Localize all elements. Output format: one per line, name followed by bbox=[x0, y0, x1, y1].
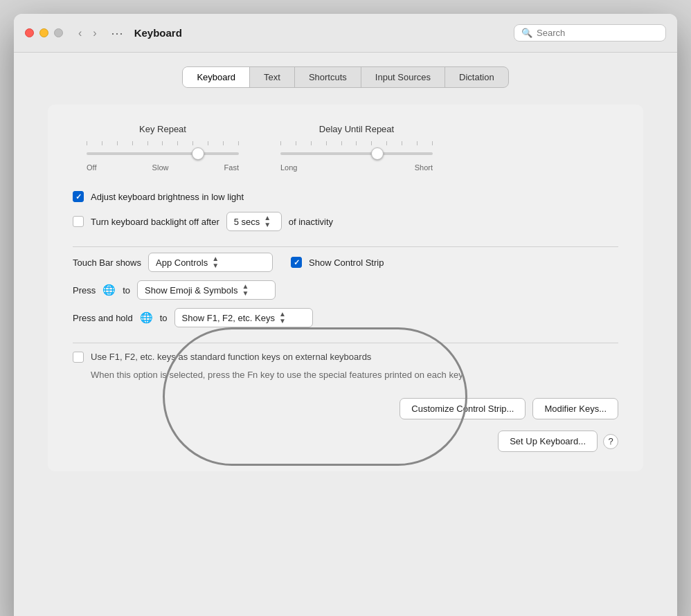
help-button[interactable]: ? bbox=[603, 434, 618, 449]
tick bbox=[341, 141, 342, 145]
touchbar-shows-row: Touch Bar shows App Controls ▲▼ Show Con… bbox=[73, 253, 618, 272]
dropdown-arrows-icon: ▲▼ bbox=[264, 215, 271, 228]
backlight-duration-value: 5 secs bbox=[234, 217, 260, 227]
divider-2 bbox=[73, 343, 618, 343]
key-repeat-slider[interactable] bbox=[87, 152, 239, 155]
tick bbox=[177, 141, 178, 145]
press-to-label: to bbox=[123, 285, 130, 296]
tick bbox=[371, 141, 372, 145]
titlebar: ‹ › ⋯ Keyboard 🔍 bbox=[14, 14, 677, 53]
key-repeat-fast-label: Fast bbox=[224, 163, 239, 172]
tick bbox=[162, 141, 163, 145]
settings-panel: Key Repeat bbox=[48, 105, 643, 471]
minimize-button[interactable] bbox=[39, 28, 48, 37]
back-button[interactable]: ‹ bbox=[74, 26, 86, 41]
fn-keys-section: Use F1, F2, etc. keys as standard functi… bbox=[73, 349, 618, 381]
tick bbox=[87, 141, 87, 145]
maximize-button[interactable] bbox=[54, 28, 63, 37]
fn-keys-checkbox[interactable] bbox=[73, 352, 84, 363]
backlight-off-suffix: of inactivity bbox=[289, 217, 333, 227]
content-area: Keyboard Text Shortcuts Input Sources Di… bbox=[14, 53, 677, 616]
tick bbox=[117, 141, 118, 145]
set-up-keyboard-label: Set Up Keyboard... bbox=[510, 436, 586, 446]
customize-control-strip-button[interactable]: Customize Control Strip... bbox=[400, 398, 526, 419]
tick bbox=[417, 141, 418, 145]
show-control-strip-checkbox[interactable] bbox=[291, 257, 302, 268]
tick bbox=[432, 141, 433, 145]
backlight-off-checkbox[interactable] bbox=[73, 216, 84, 227]
bottom-section: Customize Control Strip... Modifier Keys… bbox=[73, 398, 618, 452]
forward-button[interactable]: › bbox=[89, 26, 100, 41]
fn-keys-description: When this option is selected, press the … bbox=[91, 368, 465, 382]
adjust-brightness-checkbox[interactable] bbox=[73, 191, 84, 202]
fn-keys-label: Use F1, F2, etc. keys as standard functi… bbox=[91, 350, 465, 364]
bottom-right: Set Up Keyboard... ? bbox=[498, 431, 618, 452]
modifier-keys-label: Modifier Keys... bbox=[544, 404, 607, 414]
tick bbox=[311, 141, 312, 145]
tick bbox=[132, 141, 133, 145]
tick bbox=[280, 141, 281, 145]
modifier-keys-button[interactable]: Modifier Keys... bbox=[532, 398, 618, 419]
close-button[interactable] bbox=[25, 28, 34, 37]
tab-shortcuts[interactable]: Shortcuts bbox=[295, 67, 361, 87]
backlight-duration-dropdown[interactable]: 5 secs ▲▼ bbox=[226, 212, 282, 231]
dropdown-arrows-icon: ▲▼ bbox=[242, 283, 249, 297]
show-control-strip-label: Show Control Strip bbox=[309, 257, 384, 268]
key-repeat-slow-label: Slow bbox=[152, 163, 169, 172]
divider bbox=[73, 246, 618, 247]
delay-long-label: Long bbox=[280, 163, 297, 172]
tab-input-sources[interactable]: Input Sources bbox=[361, 67, 445, 87]
tick bbox=[386, 141, 387, 145]
press-label: Press bbox=[73, 285, 96, 296]
delay-repeat-slider-container bbox=[280, 141, 433, 158]
press-globe-row: Press 🌐 to Show Emoji & Symbols ▲▼ bbox=[73, 280, 618, 300]
touchbar-shows-value: App Controls bbox=[156, 257, 208, 268]
nav-buttons: ‹ › bbox=[74, 26, 101, 41]
press-hold-globe-row: Press and hold 🌐 to Show F1, F2, etc. Ke… bbox=[73, 308, 618, 327]
delay-repeat-slider[interactable] bbox=[280, 152, 433, 155]
backlight-off-prefix: Turn keyboard backlight off after bbox=[91, 217, 219, 227]
tick bbox=[402, 141, 402, 145]
key-repeat-slider-container bbox=[87, 141, 239, 158]
tick bbox=[102, 141, 102, 145]
delay-repeat-label: Delay Until Repeat bbox=[319, 124, 394, 134]
press-globe-dropdown[interactable]: Show Emoji & Symbols ▲▼ bbox=[137, 280, 276, 300]
bottom-buttons: Customize Control Strip... Modifier Keys… bbox=[73, 398, 618, 419]
search-bar[interactable]: 🔍 bbox=[514, 24, 666, 42]
set-up-keyboard-button[interactable]: Set Up Keyboard... bbox=[498, 431, 598, 452]
key-repeat-sublabels: Off Slow Fast bbox=[87, 163, 239, 172]
backlight-off-row: Turn keyboard backlight off after 5 secs… bbox=[73, 212, 618, 231]
key-repeat-ticks bbox=[87, 141, 239, 145]
globe-icon: 🌐 bbox=[102, 284, 116, 296]
tick bbox=[296, 141, 296, 145]
bottom-row-2: Set Up Keyboard... ? bbox=[73, 431, 618, 452]
tab-text[interactable]: Text bbox=[250, 67, 295, 87]
app-grid-icon[interactable]: ⋯ bbox=[111, 26, 123, 41]
dropdown-arrows-icon: ▲▼ bbox=[279, 311, 286, 325]
tab-dictation[interactable]: Dictation bbox=[445, 67, 508, 87]
traffic-lights bbox=[25, 28, 63, 37]
press-hold-globe-dropdown[interactable]: Show F1, F2, etc. Keys ▲▼ bbox=[174, 308, 313, 327]
delay-repeat-sublabels: Long Short bbox=[280, 163, 433, 172]
touchbar-shows-label: Touch Bar shows bbox=[73, 257, 141, 268]
press-hold-to-label: to bbox=[160, 313, 168, 323]
delay-repeat-ticks bbox=[280, 141, 433, 145]
tick bbox=[326, 141, 327, 145]
dropdown-arrows-icon: ▲▼ bbox=[212, 255, 219, 269]
key-repeat-label: Key Repeat bbox=[139, 124, 186, 134]
adjust-brightness-label: Adjust keyboard brightness in low light bbox=[91, 192, 244, 202]
tick bbox=[147, 141, 148, 145]
globe-hold-icon: 🌐 bbox=[140, 311, 153, 324]
tick bbox=[223, 141, 224, 145]
adjust-brightness-row: Adjust keyboard brightness in low light bbox=[73, 191, 618, 202]
tick bbox=[208, 141, 208, 145]
search-input[interactable] bbox=[537, 28, 658, 38]
press-hold-label: Press and hold bbox=[73, 313, 133, 323]
tab-keyboard[interactable]: Keyboard bbox=[183, 67, 250, 87]
touchbar-shows-dropdown[interactable]: App Controls ▲▼ bbox=[148, 253, 273, 272]
search-icon: 🔍 bbox=[521, 28, 532, 38]
help-icon: ? bbox=[608, 436, 613, 446]
tick bbox=[192, 141, 193, 145]
window-title: Keyboard bbox=[134, 27, 505, 39]
delay-repeat-group: Delay Until Repeat bbox=[280, 124, 433, 172]
